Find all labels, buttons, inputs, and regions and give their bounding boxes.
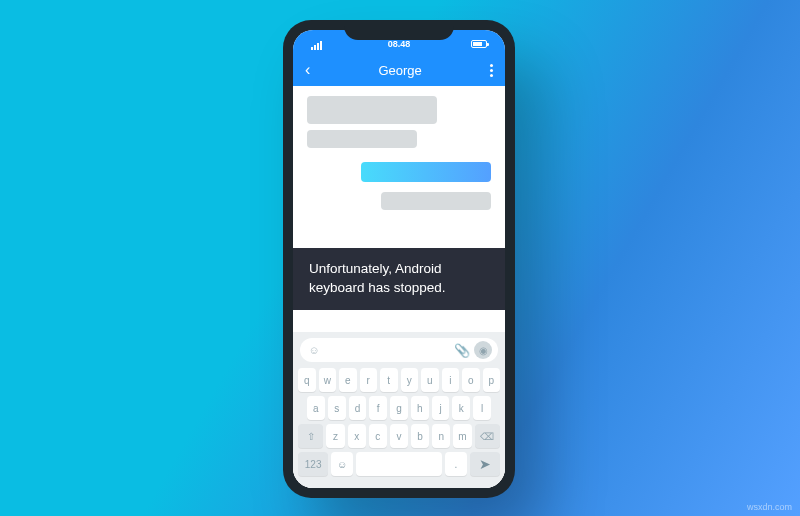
key-shift[interactable]: ⇧ [298,424,323,448]
key-q[interactable]: q [298,368,316,392]
keyboard-row-3: ⇧ z x c v b n m ⌫ [298,424,500,448]
key-p[interactable]: p [483,368,501,392]
camera-icon[interactable]: ◉ [474,341,492,359]
phone-notch [344,20,454,40]
keyboard-row-2: a s d f g h j k l [298,396,500,420]
key-f[interactable]: f [369,396,387,420]
chat-navbar: ‹ George [293,54,505,86]
key-b[interactable]: b [411,424,429,448]
phone-frame: 08.48 ‹ George Unfortunately, Android ke… [283,20,515,498]
screen: 08.48 ‹ George Unfortunately, Android ke… [293,30,505,488]
key-w[interactable]: w [319,368,337,392]
message-bubble-incoming [307,96,437,124]
key-e[interactable]: e [339,368,357,392]
key-a[interactable]: a [307,396,325,420]
key-dot[interactable]: . [445,452,467,476]
key-r[interactable]: r [360,368,378,392]
overflow-menu-icon[interactable] [490,64,493,77]
battery-icon [471,40,487,48]
key-c[interactable]: c [369,424,387,448]
key-k[interactable]: k [452,396,470,420]
attachment-icon[interactable]: 📎 [454,343,470,358]
key-h[interactable]: h [411,396,429,420]
key-l[interactable]: l [473,396,491,420]
signal-icon [311,40,323,49]
watermark: wsxdn.com [747,502,792,512]
key-backspace[interactable]: ⌫ [475,424,500,448]
key-i[interactable]: i [442,368,460,392]
key-o[interactable]: o [462,368,480,392]
message-bubble-outgoing [381,192,491,210]
key-g[interactable]: g [390,396,408,420]
status-time: 08.48 [388,39,411,49]
chat-title: George [378,63,421,78]
keyboard-row-1: q w e r t y u i o p [298,368,500,392]
key-d[interactable]: d [349,396,367,420]
key-m[interactable]: m [453,424,471,448]
emoji-icon[interactable]: ☺ [306,342,322,358]
error-toast: Unfortunately, Android keyboard has stop… [293,248,505,310]
keyboard: ☺ 📎 ◉ q w e r t y u i o p a s d f [293,332,505,488]
key-v[interactable]: v [390,424,408,448]
key-j[interactable]: j [432,396,450,420]
error-toast-line1: Unfortunately, Android [309,260,489,279]
key-n[interactable]: n [432,424,450,448]
key-x[interactable]: x [348,424,366,448]
key-t[interactable]: t [380,368,398,392]
key-z[interactable]: z [326,424,344,448]
message-bubble-incoming [307,130,417,148]
error-toast-line2: keyboard has stopped. [309,279,489,298]
back-button[interactable]: ‹ [305,61,310,79]
message-bubble-outgoing [361,162,491,182]
key-send[interactable]: ➤ [470,452,500,476]
keyboard-row-4: 123 ☺ . ➤ [298,452,500,476]
key-s[interactable]: s [328,396,346,420]
key-emoji[interactable]: ☺ [331,452,353,476]
key-y[interactable]: y [401,368,419,392]
key-u[interactable]: u [421,368,439,392]
key-space[interactable] [356,452,442,476]
key-123[interactable]: 123 [298,452,328,476]
message-input-row: ☺ 📎 ◉ [300,338,498,362]
